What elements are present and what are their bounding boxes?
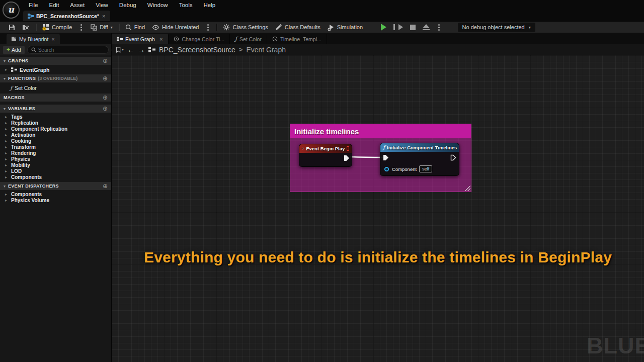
variable-category-component-replication[interactable]: ▸Component Replication (0, 126, 111, 132)
tab-timeline-template[interactable]: Timeline_Templ... (267, 34, 327, 44)
variable-category-lod[interactable]: ▸LOD (0, 168, 111, 174)
tree-item-set-color[interactable]: ƒ Set Color (0, 83, 111, 93)
simulation-button[interactable]: Simulation (324, 22, 366, 33)
tab-my-blueprint[interactable]: My Blueprint × (7, 34, 60, 44)
function-icon: ƒ (383, 144, 385, 151)
unreal-editor-window: u File Edit Asset View Debug Window Tool… (0, 0, 644, 362)
graph-icon (148, 46, 155, 53)
hide-unrelated-options-button[interactable] (202, 22, 214, 33)
search-input[interactable] (38, 47, 105, 53)
variable-category-cooking[interactable]: ▸Cooking (0, 138, 111, 144)
debug-object-label: No debug object selected (462, 24, 525, 30)
variable-category-rendering[interactable]: ▸Rendering (0, 150, 111, 156)
browse-asset-button[interactable] (19, 22, 33, 33)
menu-item-edit[interactable]: Edit (44, 1, 65, 10)
play-options-button[interactable] (433, 22, 445, 33)
kebab-icon (80, 27, 82, 28)
my-blueprint-panel: My Blueprint × + Add ▾ GRAPHS ⊕ (0, 33, 112, 362)
menu-item-asset[interactable]: Asset (64, 1, 90, 10)
collapse-icon: ▾ (4, 184, 6, 189)
class-defaults-button[interactable]: Class Defaults (272, 22, 324, 33)
section-graphs[interactable]: ▾ GRAPHS ⊕ (0, 57, 111, 65)
diff-button[interactable]: Diff ▾ (87, 22, 116, 33)
graph-editor: Event Graph × Change Color Ti... ƒ Set C… (112, 33, 644, 362)
compile-button[interactable]: ? Compile (39, 22, 75, 33)
menu-item-tools[interactable]: Tools (174, 1, 198, 10)
exec-in-pin[interactable] (383, 154, 389, 161)
variable-category-replication[interactable]: ▸Replication (0, 120, 111, 126)
node-header[interactable]: Event Begin Play (299, 144, 352, 153)
forward-button[interactable]: → (138, 46, 145, 53)
dispatcher-category-physics-volume[interactable]: ▸Physics Volume (0, 197, 111, 203)
add-graph-button[interactable]: ⊕ (103, 58, 108, 64)
section-macros[interactable]: MACROS ⊕ (0, 94, 111, 102)
bookmarks-button[interactable]: ▾ (116, 47, 124, 53)
expand-icon[interactable]: ▸ (5, 67, 9, 72)
simulation-icon (328, 24, 335, 31)
add-button[interactable]: + Add (3, 46, 25, 54)
node-initialize-component-timelines[interactable]: ƒ Initialize Component Timelines Compone… (380, 143, 459, 176)
section-event-dispatchers[interactable]: ▾ EVENT DISPATCHERS ⊕ (0, 182, 111, 190)
class-settings-button[interactable]: Class Settings (219, 22, 271, 33)
breadcrumb-current: Event Graph (246, 46, 286, 54)
play-button[interactable] (377, 22, 390, 33)
collapse-icon: ▾ (4, 76, 6, 81)
menu-item-view[interactable]: View (90, 1, 114, 10)
node-event-begin-play[interactable]: Event Begin Play (299, 144, 352, 167)
close-icon[interactable]: × (102, 13, 106, 19)
chevron-down-icon: ▾ (529, 25, 531, 30)
function-icon: ƒ (235, 36, 237, 42)
comment-resize-handle[interactable] (464, 185, 470, 191)
component-pin-value[interactable]: self (419, 165, 432, 172)
dispatcher-category-components[interactable]: ▸Components (0, 191, 111, 197)
exec-out-pin[interactable] (344, 155, 350, 161)
section-functions[interactable]: ▾ FUNCTIONS (3 OVERRIDABLE) ⊕ (0, 74, 111, 82)
frame-skip-button[interactable] (390, 22, 407, 33)
menu-item-help[interactable]: Help (198, 1, 221, 10)
menu-item-window[interactable]: Window (142, 1, 174, 10)
add-function-button[interactable]: ⊕ (103, 75, 108, 81)
eject-button[interactable] (419, 22, 433, 33)
back-button[interactable]: ← (127, 46, 134, 53)
add-event-dispatcher-button[interactable]: ⊕ (103, 183, 108, 189)
tab-set-color[interactable]: ƒ Set Color (230, 34, 267, 44)
tree-item-eventgraph[interactable]: ▸ EventGraph (0, 66, 111, 73)
add-variable-button[interactable]: ⊕ (103, 106, 108, 112)
tab-event-graph[interactable]: Event Graph × (112, 34, 169, 44)
menu-item-file[interactable]: File (23, 1, 44, 10)
variable-category-components[interactable]: ▸Components (0, 174, 111, 180)
exec-out-pin[interactable] (450, 154, 456, 161)
variable-category-activation[interactable]: ▸Activation (0, 132, 111, 138)
save-button[interactable] (5, 22, 19, 33)
object-pin-icon[interactable] (384, 166, 389, 172)
tab-change-color-timeline[interactable]: Change Color Ti... (169, 34, 230, 44)
comment-title[interactable]: Initialize timelines (290, 124, 471, 138)
search-box[interactable] (27, 46, 109, 54)
eye-nodes-icon (152, 24, 159, 31)
debug-object-dropdown[interactable]: No debug object selected ▾ (458, 23, 535, 32)
compile-icon: ? (42, 24, 49, 31)
menu-item-debug[interactable]: Debug (114, 1, 142, 10)
node-header[interactable]: ƒ Initialize Component Timelines (380, 143, 459, 152)
find-label: Find (134, 24, 145, 30)
section-variables[interactable]: ▾ VARIABLES ⊕ (0, 105, 111, 113)
graph-icon (117, 36, 123, 42)
find-button[interactable]: Find (122, 22, 148, 33)
close-icon[interactable]: × (159, 36, 163, 42)
breadcrumb-root[interactable]: BPC_ScreenshotSource (159, 46, 235, 54)
asset-tab-bpc-screenshotsource[interactable]: BPC_ScreenshotSource* × (23, 11, 110, 21)
variable-category-mobility[interactable]: ▸Mobility (0, 162, 111, 168)
unreal-engine-logo-icon[interactable]: u (3, 2, 20, 19)
plus-icon: + (7, 46, 10, 53)
close-icon[interactable]: × (51, 36, 55, 42)
stop-button[interactable] (407, 22, 419, 33)
folder-search-icon (22, 24, 30, 31)
variable-category-transform[interactable]: ▸Transform (0, 144, 111, 150)
hide-unrelated-button[interactable]: Hide Unrelated (148, 22, 202, 33)
compile-options-button[interactable] (75, 22, 87, 33)
variable-category-tags[interactable]: ▸Tags (0, 114, 111, 120)
kebab-icon (438, 27, 440, 28)
graph-canvas[interactable]: Initialize timelines Event Begin Play (112, 55, 644, 362)
add-macro-button[interactable]: ⊕ (103, 95, 108, 101)
variable-category-physics[interactable]: ▸Physics (0, 156, 111, 162)
